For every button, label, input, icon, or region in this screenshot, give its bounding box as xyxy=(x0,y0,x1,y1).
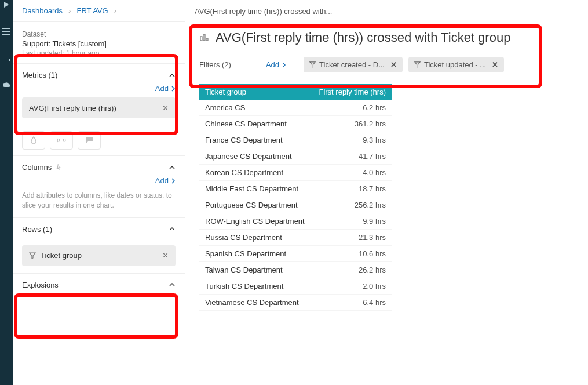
cell-value: 6.2 hrs xyxy=(312,100,392,116)
cell-value: 6.4 hrs xyxy=(312,295,392,311)
metric-chip-remove[interactable]: ✕ xyxy=(162,104,169,112)
chevron-up-icon xyxy=(169,226,176,233)
breadcrumb-main: AVG(First reply time (hrs)) crossed with… xyxy=(185,0,588,22)
chevron-up-icon xyxy=(169,72,176,79)
cell-group: ROW-English CS Department xyxy=(199,213,312,230)
cell-value: 10.6 hrs xyxy=(312,246,392,262)
cell-value: 26.2 hrs xyxy=(312,262,392,278)
cell-value: 361.2 hrs xyxy=(312,116,392,132)
dataset-block: Dataset Support: Tickets [custom] Last u… xyxy=(13,22,185,63)
filter-chip-label: Ticket created - D... xyxy=(319,60,385,69)
filter-chip-remove[interactable]: ✕ xyxy=(390,60,397,69)
cell-value: 41.7 hrs xyxy=(312,148,392,165)
cell-group: Japanese CS Department xyxy=(199,148,312,165)
chart-type-icon[interactable] xyxy=(199,32,210,43)
row-chip-remove[interactable]: ✕ xyxy=(162,251,169,260)
table-row[interactable]: Korean CS Department4.0 hrs xyxy=(199,165,392,181)
cell-group: Chinese CS Department xyxy=(199,116,312,132)
filter-icon xyxy=(29,252,36,259)
table-row[interactable]: Chinese CS Department361.2 hrs xyxy=(199,116,392,132)
main-panel: AVG(First reply time (hrs)) crossed with… xyxy=(185,0,588,385)
metrics-section: Metrics (1) Add AVG(First reply time (hr… xyxy=(13,63,185,125)
columns-add-link[interactable]: Add xyxy=(155,176,176,185)
table-row[interactable]: Middle East CS Department18.7 hrs xyxy=(199,181,392,197)
filter-chip[interactable]: Ticket updated - ...✕ xyxy=(408,57,504,72)
chevron-up-icon xyxy=(169,164,176,171)
nav-rail xyxy=(0,0,13,385)
breadcrumb-frt-avg[interactable]: FRT AVG xyxy=(76,6,108,15)
table-row[interactable]: Taiwan CS Department26.2 hrs xyxy=(199,262,392,278)
metrics-add-link[interactable]: Add xyxy=(155,84,176,93)
cell-group: Turkish CS Department xyxy=(199,278,312,295)
table-row[interactable]: Japanese CS Department41.7 hrs xyxy=(199,148,392,165)
menu-icon[interactable] xyxy=(2,27,11,36)
table-row[interactable]: France CS Department9.3 hrs xyxy=(199,132,392,148)
filter-chip-label: Ticket updated - ... xyxy=(424,60,486,69)
tool-drop-icon[interactable] xyxy=(22,131,45,150)
explosions-section: Explosions xyxy=(13,273,185,296)
expand-icon[interactable] xyxy=(2,53,11,63)
rows-header[interactable]: Rows (1) xyxy=(22,225,176,234)
sidebar: Dashboards › FRT AVG › Dataset Support: … xyxy=(13,0,185,385)
cell-group: Korean CS Department xyxy=(199,165,312,181)
cell-group: Vietnamese CS Department xyxy=(199,295,312,311)
cell-group: America CS xyxy=(199,100,312,116)
cell-group: Middle East CS Department xyxy=(199,181,312,197)
metric-chip[interactable]: AVG(First reply time (hrs)) ✕ xyxy=(22,97,176,118)
cell-value: 256.2 hrs xyxy=(312,197,392,213)
cell-group: France CS Department xyxy=(199,132,312,148)
col-header-value[interactable]: First reply time (hrs) xyxy=(312,84,392,100)
filter-chip-remove[interactable]: ✕ xyxy=(492,60,498,69)
explosions-title: Explosions xyxy=(22,281,59,289)
metrics-title: Metrics (1) xyxy=(22,71,57,79)
filters-add-link[interactable]: Add xyxy=(266,60,286,69)
filter-icon xyxy=(309,61,316,68)
breadcrumb-sep: › xyxy=(68,6,71,15)
tool-signal-icon[interactable] xyxy=(50,131,73,150)
columns-section: Columns Add Add attributes to columns, l… xyxy=(13,155,185,217)
table-row[interactable]: America CS6.2 hrs xyxy=(199,100,392,116)
cell-value: 18.7 hrs xyxy=(312,181,392,197)
dataset-name[interactable]: Support: Tickets [custom] xyxy=(22,39,176,48)
columns-header[interactable]: Columns xyxy=(22,163,176,172)
table-row[interactable]: ROW-English CS Department9.9 hrs xyxy=(199,213,392,230)
chevron-up-icon xyxy=(169,281,176,288)
dataset-updated: Last updated: 1 hour ago xyxy=(22,49,176,57)
results-table: Ticket group First reply time (hrs) Amer… xyxy=(199,84,392,311)
dataset-label: Dataset xyxy=(22,30,176,38)
columns-hint: Add attributes to columns, like dates or… xyxy=(22,191,176,210)
breadcrumb-dashboards[interactable]: Dashboards xyxy=(22,6,63,15)
columns-title: Columns xyxy=(22,163,62,172)
cell-group: Taiwan CS Department xyxy=(199,262,312,278)
metrics-header[interactable]: Metrics (1) xyxy=(22,71,176,79)
pin-icon xyxy=(54,163,63,172)
table-row[interactable]: Spanish CS Department10.6 hrs xyxy=(199,246,392,262)
filters-row: Filters (2) Add Ticket created - D...✕Ti… xyxy=(185,53,588,81)
cell-value: 4.0 hrs xyxy=(312,165,392,181)
cell-value: 9.9 hrs xyxy=(312,213,392,230)
cell-value: 2.0 hrs xyxy=(312,278,392,295)
rows-section: Rows (1) Ticket group ✕ xyxy=(13,217,185,273)
col-header-group[interactable]: Ticket group xyxy=(199,84,312,100)
play-icon[interactable] xyxy=(2,0,11,9)
tool-row xyxy=(13,125,185,155)
row-chip-label: Ticket group xyxy=(41,251,82,260)
cell-group: Spanish CS Department xyxy=(199,246,312,262)
tool-chat-icon[interactable] xyxy=(78,131,101,150)
cloud-icon[interactable] xyxy=(2,80,11,89)
explosions-header[interactable]: Explosions xyxy=(22,281,176,289)
cell-value: 9.3 hrs xyxy=(312,132,392,148)
filters-label: Filters (2) xyxy=(199,60,231,69)
table-row[interactable]: Portuguese CS Department256.2 hrs xyxy=(199,197,392,213)
table-row[interactable]: Russia CS Department21.3 hrs xyxy=(199,230,392,246)
breadcrumb-current: AVG(First reply time (hrs)) crossed with… xyxy=(195,7,332,16)
table-row[interactable]: Turkish CS Department2.0 hrs xyxy=(199,278,392,295)
filter-chip[interactable]: Ticket created - D...✕ xyxy=(304,57,403,72)
rows-title: Rows (1) xyxy=(22,225,52,234)
metric-chip-label: AVG(First reply time (hrs)) xyxy=(29,104,116,112)
breadcrumb: Dashboards › FRT AVG › xyxy=(13,0,185,22)
breadcrumb-sep: › xyxy=(114,6,116,15)
row-chip[interactable]: Ticket group ✕ xyxy=(22,245,176,266)
table-row[interactable]: Vietnamese CS Department6.4 hrs xyxy=(199,295,392,311)
page-title: AVG(First reply time (hrs)) crossed with… xyxy=(216,30,510,45)
